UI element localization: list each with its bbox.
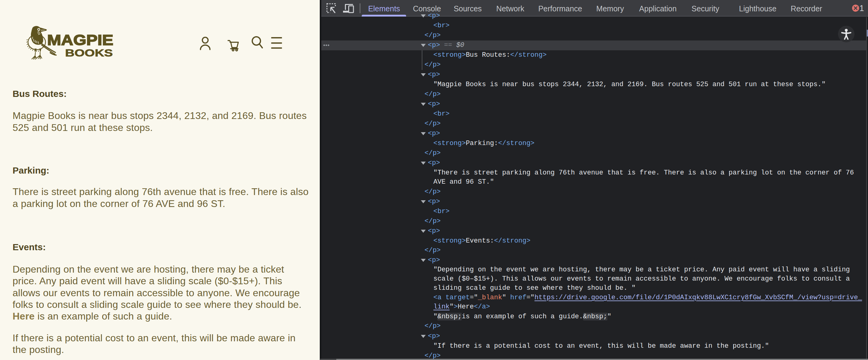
svg-text:MAGPIE: MAGPIE xyxy=(47,32,113,48)
svg-text:BOOKS: BOOKS xyxy=(65,47,113,59)
